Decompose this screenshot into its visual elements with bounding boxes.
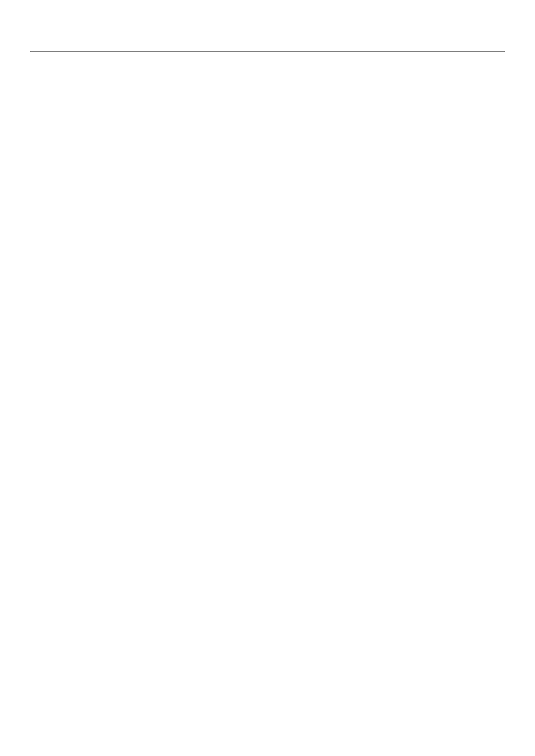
top-horizontal-rule [30,51,505,51]
